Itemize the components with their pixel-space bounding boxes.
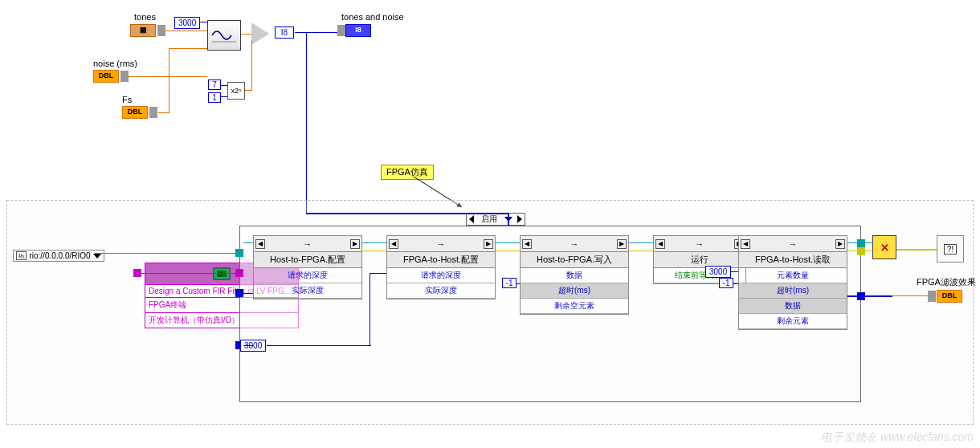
tunnel (235, 289, 243, 297)
case-next-icon[interactable] (517, 215, 522, 223)
wire (517, 283, 520, 284)
wire (220, 85, 227, 86)
wire (95, 253, 145, 254)
inv-row[interactable]: 超时(ms) (521, 283, 628, 299)
wire (370, 273, 370, 345)
wire (245, 90, 251, 91)
wire (241, 34, 251, 35)
svg-rect-1 (217, 271, 227, 277)
label-noise: noise (rms) (93, 59, 137, 68)
arrow-icon: → (437, 239, 446, 249)
wire (141, 273, 239, 274)
inv-row[interactable]: 剩余空元素 (521, 299, 628, 314)
arrow-icon: → (570, 239, 579, 249)
wire (892, 295, 928, 296)
noise-control-term: DBL (93, 70, 119, 83)
tones-arrow (157, 25, 165, 36)
const-neg1-b[interactable]: -1 (719, 278, 733, 288)
fpga-sim-label: FPGA仿真 (381, 165, 434, 180)
wire (145, 253, 239, 254)
case-prev-icon[interactable] (469, 215, 474, 223)
wire (306, 213, 508, 214)
inv-row[interactable]: 实际深度 (254, 283, 361, 299)
right-arrow-icon[interactable]: ▶ (835, 239, 845, 249)
wire (169, 48, 169, 113)
inv-row[interactable]: 请求的深度 (254, 268, 361, 283)
label-filter-effect: FPGA滤波效果 (917, 276, 976, 288)
inv-row[interactable]: 元素数量 (739, 268, 847, 283)
inv-row[interactable]: 请求的深度 (387, 268, 495, 283)
wire (243, 293, 253, 294)
invoke-f2h-config: ◀→▶ FPGA-to-Host.配置 请求的深度 实际深度 (386, 235, 496, 299)
error-icon: ?! (944, 244, 957, 255)
wire (733, 283, 738, 284)
inv-title: 运行 (654, 252, 745, 268)
rio-resource-constant[interactable]: I/₀ rio://0.0.0.0/RIO0 (13, 250, 104, 262)
wire (295, 32, 306, 33)
filter-eff-arrow (928, 291, 936, 302)
wire (362, 250, 386, 251)
wire (129, 76, 207, 77)
inv-title: FPGA-to-Host.配置 (387, 252, 495, 268)
noise-arrow (120, 71, 129, 82)
const-neg1-a[interactable]: -1 (502, 278, 517, 288)
wire (496, 242, 520, 243)
tunnel (857, 247, 865, 255)
tunnel (857, 292, 865, 300)
error-handler-node: ?! (937, 235, 964, 263)
arrow-icon: → (696, 239, 704, 249)
left-arrow-icon[interactable]: ◀ (655, 239, 665, 249)
wire (243, 242, 253, 243)
close-fpga-ref-node: ✕ (872, 235, 896, 259)
wire (158, 112, 169, 113)
tones-noise-arrow (337, 25, 345, 36)
wire (508, 213, 509, 226)
invoke-run: ◀→▶ 运行 结束前等待(F) (653, 235, 746, 284)
inv-title: Host-to-FPGA.配置 (254, 252, 361, 268)
wire (362, 242, 386, 243)
wire (169, 48, 207, 49)
const-1[interactable]: 1 (208, 92, 221, 103)
tunnel (133, 269, 141, 277)
wire (847, 295, 892, 297)
wire (629, 250, 653, 251)
invoke-h2f-config: ◀→▶ Host-to-FPGA.配置 请求的深度 实际深度 (253, 235, 362, 299)
invoke-f2h-read: ◀→▶ FPGA-to-Host.读取 元素数量 超时(ms) 数据 剩余元素 (738, 235, 847, 330)
left-arrow-icon[interactable]: ◀ (389, 239, 398, 249)
arrow-icon: → (789, 239, 798, 249)
watermark: 电子发烧友 www.elecfans.com (821, 430, 974, 445)
rio-path: rio://0.0.0.0/RIO0 (29, 251, 90, 260)
right-arrow-icon[interactable]: ▶ (350, 239, 360, 249)
right-arrow-icon[interactable]: ▶ (484, 239, 493, 249)
const-3000-samples[interactable]: 3000 (174, 17, 200, 29)
left-arrow-icon[interactable]: ◀ (255, 239, 265, 249)
arrow-icon: → (304, 239, 312, 249)
inv-row[interactable]: 实际深度 (387, 283, 495, 299)
left-arrow-icon[interactable]: ◀ (522, 239, 532, 249)
inv-row[interactable]: 数据 (521, 268, 628, 283)
wire (370, 273, 386, 274)
wire (896, 249, 937, 250)
right-arrow-icon[interactable]: ▶ (617, 239, 627, 249)
const-7[interactable]: 7 (208, 79, 221, 90)
power-of-two-node: x2ⁿ (227, 82, 245, 100)
wire (243, 345, 253, 346)
left-arrow-icon[interactable]: ◀ (741, 239, 750, 249)
const-3000-elements[interactable]: 3000 (705, 266, 731, 278)
label-tones-noise: tones and noise (341, 12, 404, 22)
wire (251, 40, 252, 91)
tones-and-noise-indicator: I8 (345, 24, 371, 37)
inv-row[interactable]: 剩余元素 (739, 314, 847, 329)
wire (746, 242, 747, 243)
invoke-h2f-write: ◀→▶ Host-to-FPGA.写入 数据 超时(ms) 剩余空元素 (520, 235, 629, 315)
close-icon: ✕ (880, 242, 889, 254)
inv-row[interactable]: 数据 (739, 299, 847, 314)
inv-row[interactable]: 超时(ms) (739, 283, 847, 299)
waveform-generate-node (207, 20, 241, 51)
tones-control-term: ▦ (130, 24, 156, 37)
wire (731, 271, 738, 272)
case-selector[interactable]: 启用 (466, 213, 525, 226)
wire (496, 250, 520, 251)
fpga-filter-effect-indicator: DBL (937, 290, 962, 303)
dropdown-icon[interactable] (93, 254, 101, 259)
